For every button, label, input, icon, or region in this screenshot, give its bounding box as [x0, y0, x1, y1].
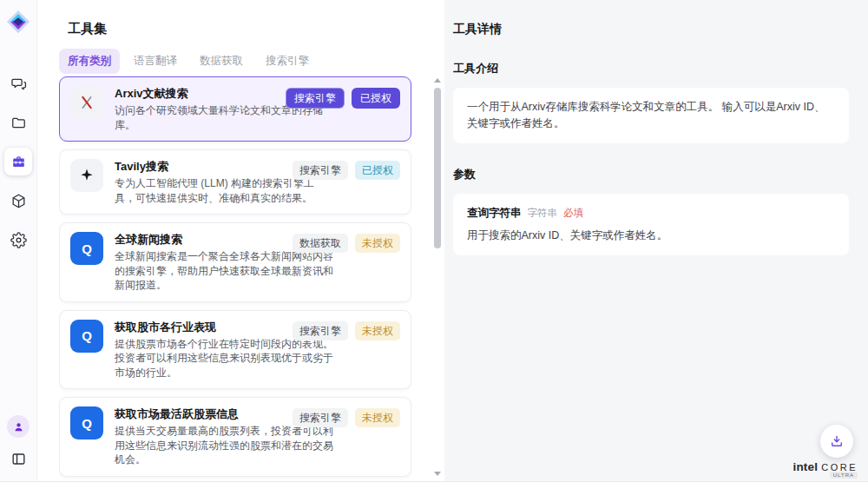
param-name: 查询字符串 [467, 205, 522, 221]
search-q-icon: Q [82, 241, 92, 256]
tavily-star-icon [78, 167, 95, 184]
tool-description: 全球新闻搜索是一个聚合全球各大新闻网站内容的搜索引擎，帮助用户快速获取全球最新资… [115, 249, 333, 293]
params-section-title: 参数 [453, 167, 849, 182]
scrollbar-up-arrow-icon[interactable] [434, 78, 441, 83]
tool-tags: 搜索引擎 未授权 [293, 321, 400, 340]
tool-icon: Q [70, 320, 103, 353]
tab-label: 搜索引擎 [266, 55, 309, 67]
detail-title: 工具详情 [453, 0, 849, 37]
tab-label: 语言翻译 [134, 55, 177, 67]
toolbox-icon [10, 154, 27, 170]
arxiv-logo-icon [78, 94, 95, 111]
intro-section-title: 工具介绍 [453, 61, 849, 76]
scrollbar-down-arrow-icon[interactable] [434, 472, 441, 476]
auth-status-badge: 未授权 [355, 408, 400, 427]
chat-bubbles-icon [10, 76, 27, 92]
cube-icon [10, 193, 27, 209]
download-icon [829, 433, 845, 449]
tools-panel: 工具集 所有类别 语言翻译 数据获取 搜索引擎 Q [37, 0, 444, 481]
category-tag: 搜索引擎 [293, 321, 348, 340]
download-button[interactable] [820, 425, 853, 458]
tool-card[interactable]: Q Tavily搜索 专为人工智能代理 (LLM) 构建的搜索引擎工具，可快速提… [59, 149, 411, 215]
param-description: 用于搜索的Arxiv ID、关键字或作者姓名。 [467, 228, 835, 244]
panel-toggle-icon [10, 451, 27, 467]
user-avatar[interactable] [7, 415, 30, 438]
intel-core-logo: intelCORE ULTRA [792, 459, 858, 474]
app-window: 工具集 所有类别 语言翻译 数据获取 搜索引擎 Q [0, 0, 868, 489]
intro-text: 一个用于从Arxiv存储库搜索科学论文和文章的工具。 输入可以是Arxiv ID… [467, 99, 835, 132]
sidebar-toggle-button[interactable] [4, 445, 32, 472]
tool-list: Q Arxiv文献搜索 访问各个研究领域大量科学论文和文章的存储库。 搜索引擎 … [59, 76, 411, 479]
param-required-badge: 必填 [563, 206, 583, 221]
category-tabs: 所有类别 语言翻译 数据获取 搜索引擎 [59, 49, 444, 74]
tab-label: 数据获取 [200, 55, 243, 67]
auth-status-badge: 已授权 [352, 88, 400, 109]
auth-status-badge: 未授权 [355, 234, 400, 253]
nav-settings-button[interactable] [4, 226, 32, 254]
category-tab-3[interactable]: 搜索引擎 [257, 49, 318, 74]
category-tab-1[interactable]: 语言翻译 [125, 49, 186, 74]
tool-description: 提供股票市场各个行业在特定时间段内的表现。投资者可以利用这些信息来识别表现优于或… [115, 337, 333, 380]
tool-description: 专为人工智能代理 (LLM) 构建的搜索引擎工具，可快速提供实时、准确和真实的结… [115, 176, 333, 205]
category-tag: 数据获取 [293, 234, 348, 253]
tool-icon: Q [70, 406, 103, 439]
category-tab-0[interactable]: 所有类别 [59, 49, 120, 74]
tool-card[interactable]: Q Arxiv文献搜索 访问各个研究领域大量科学论文和文章的存储库。 搜索引擎 … [59, 76, 411, 142]
intro-card: 一个用于从Arxiv存储库搜索科学论文和文章的工具。 输入可以是Arxiv ID… [453, 88, 849, 143]
category-tag: 搜索引擎 [293, 408, 348, 427]
nav-files-button[interactable] [4, 109, 32, 136]
param-type: 字符串 [528, 206, 558, 221]
page-title: 工具集 [68, 21, 444, 37]
tool-card[interactable]: Q 全球新闻搜索 全球新闻搜索是一个聚合全球各大新闻网站内容的搜索引擎，帮助用户… [59, 222, 411, 302]
category-tag: 搜索引擎 [286, 88, 345, 109]
nav-rail [0, 0, 37, 481]
detail-panel: 工具详情 工具介绍 一个用于从Arxiv存储库搜索科学论文和文章的工具。 输入可… [444, 0, 868, 481]
tool-tags: 数据获取 未授权 [293, 234, 400, 253]
intel-wordmark: intel [792, 460, 818, 473]
nav-chat-button[interactable] [4, 69, 32, 97]
tool-description: 提供当天交易量最高的股票列表，投资者可以利用这些信息来识别流动性强的股票和潜在的… [115, 424, 333, 467]
scrollbar[interactable] [433, 76, 442, 478]
gear-icon [10, 232, 27, 248]
category-tag: 搜索引擎 [293, 161, 348, 180]
category-tab-2[interactable]: 数据获取 [191, 49, 252, 74]
rail-nav [4, 69, 32, 254]
nav-models-button[interactable] [4, 187, 32, 215]
auth-status-badge: 未授权 [355, 321, 400, 340]
param-card: 查询字符串 字符串 必填 用于搜索的Arxiv ID、关键字或作者姓名。 [453, 194, 849, 256]
search-q-icon: Q [82, 416, 92, 431]
ultra-badge: ULTRA [830, 472, 858, 479]
folder-icon [10, 115, 27, 131]
tool-tags: 搜索引擎 已授权 [286, 88, 400, 109]
auth-status-badge: 已授权 [355, 161, 400, 180]
tool-tags: 搜索引擎 未授权 [293, 408, 400, 427]
window-bottom-edge [0, 481, 868, 489]
tool-card[interactable]: Q 获取市场最活跃股票信息 提供当天交易量最高的股票列表，投资者可以利用这些信息… [59, 397, 411, 477]
tool-icon: Q [70, 159, 103, 192]
nav-tools-button[interactable] [4, 148, 32, 175]
tool-icon: Q [70, 232, 103, 265]
scrollbar-thumb[interactable] [434, 88, 441, 248]
app-logo-icon [5, 9, 31, 35]
search-q-icon: Q [82, 328, 92, 343]
tool-tags: 搜索引擎 已授权 [293, 161, 400, 180]
tool-icon: Q [70, 86, 103, 119]
person-icon [12, 420, 25, 433]
tab-label: 所有类别 [68, 55, 111, 67]
rail-bottom [4, 415, 32, 472]
param-header: 查询字符串 字符串 必填 [467, 205, 835, 221]
tool-card[interactable]: Q 获取股市各行业表现 提供股票市场各个行业在特定时间段内的表现。投资者可以利用… [59, 310, 411, 390]
